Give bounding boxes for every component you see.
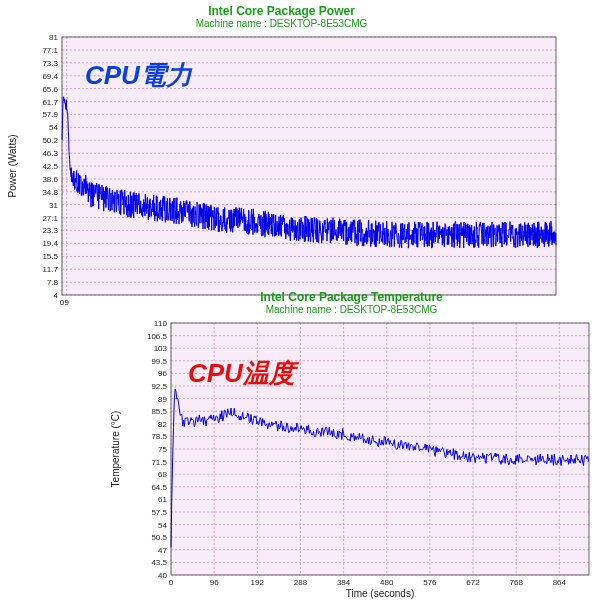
svg-text:4: 4 (54, 291, 59, 300)
svg-text:68: 68 (158, 470, 167, 479)
svg-text:75: 75 (158, 445, 167, 454)
svg-text:19.4: 19.4 (42, 239, 58, 248)
svg-rect-0 (62, 37, 556, 295)
svg-text:34.8: 34.8 (42, 188, 58, 197)
svg-text:23.3: 23.3 (42, 226, 58, 235)
power-chart-plot: 47.811.715.519.423.327.13134.838.642.546… (2, 33, 561, 307)
svg-text:768: 768 (510, 578, 524, 587)
svg-text:47: 47 (158, 546, 167, 555)
svg-text:110: 110 (154, 319, 168, 328)
svg-text:50.2: 50.2 (42, 136, 58, 145)
svg-text:85.5: 85.5 (151, 407, 167, 416)
svg-text:11.7: 11.7 (42, 265, 58, 274)
svg-text:106.5: 106.5 (147, 332, 168, 341)
svg-text:99.5: 99.5 (151, 357, 167, 366)
svg-text:43.5: 43.5 (151, 558, 167, 567)
svg-text:384: 384 (337, 578, 351, 587)
svg-text:61.7: 61.7 (42, 98, 58, 107)
svg-text:89: 89 (158, 395, 167, 404)
svg-text:61: 61 (158, 495, 167, 504)
svg-text:103: 103 (154, 344, 168, 353)
chart-title: Intel Core Package Temperature (105, 290, 598, 304)
chart-title: Intel Core Package Power (2, 4, 561, 18)
svg-text:77.1: 77.1 (42, 46, 58, 55)
svg-text:81: 81 (49, 33, 58, 42)
svg-text:192: 192 (251, 578, 265, 587)
svg-text:54: 54 (49, 123, 58, 132)
svg-text:50.5: 50.5 (151, 533, 167, 542)
svg-text:64.5: 64.5 (151, 483, 167, 492)
svg-text:576: 576 (423, 578, 437, 587)
svg-text:71.5: 71.5 (151, 458, 167, 467)
svg-text:69.4: 69.4 (42, 72, 58, 81)
svg-text:Time (seconds): Time (seconds) (346, 588, 415, 599)
svg-text:65.6: 65.6 (42, 85, 58, 94)
svg-text:46.3: 46.3 (42, 149, 58, 158)
chart-subtitle: Machine name : DESKTOP-8E53CMG (105, 304, 598, 315)
power-chart-panel: Intel Core Package Power Machine name : … (2, 4, 561, 311)
svg-text:7.8: 7.8 (47, 278, 59, 287)
svg-text:42.5: 42.5 (42, 162, 58, 171)
svg-text:27.1: 27.1 (42, 214, 58, 223)
chart-subtitle: Machine name : DESKTOP-8E53CMG (2, 18, 561, 29)
svg-text:672: 672 (466, 578, 480, 587)
svg-text:82: 82 (158, 420, 167, 429)
svg-text:288: 288 (294, 578, 308, 587)
svg-text:96: 96 (158, 369, 167, 378)
svg-text:31: 31 (49, 201, 58, 210)
svg-text:0: 0 (169, 578, 174, 587)
svg-text:54: 54 (158, 521, 167, 530)
svg-text:480: 480 (380, 578, 394, 587)
svg-text:57.9: 57.9 (42, 110, 58, 119)
svg-text:15.5: 15.5 (42, 252, 58, 261)
svg-text:864: 864 (553, 578, 567, 587)
svg-text:40: 40 (158, 571, 167, 580)
svg-text:Power (Watts): Power (Watts) (7, 135, 18, 198)
temperature-chart-panel: Intel Core Package Temperature Machine n… (105, 290, 598, 610)
svg-text:92.5: 92.5 (151, 382, 167, 391)
temperature-chart-plot: 4043.54750.55457.56164.56871.57578.58285… (105, 319, 598, 609)
svg-text:Temperature (°C): Temperature (°C) (110, 411, 121, 488)
svg-text:78.5: 78.5 (151, 432, 167, 441)
svg-text:57.5: 57.5 (151, 508, 167, 517)
svg-text:73.3: 73.3 (42, 59, 58, 68)
svg-text:38.6: 38.6 (42, 175, 58, 184)
svg-text:9: 9 (65, 298, 70, 307)
svg-text:96: 96 (210, 578, 219, 587)
